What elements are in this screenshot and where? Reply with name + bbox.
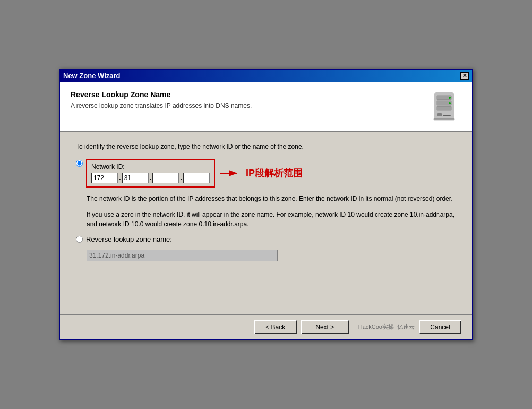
next-button[interactable]: Next > bbox=[301, 320, 349, 334]
svg-rect-8 bbox=[434, 118, 454, 120]
network-id-option: Network ID: . . . bbox=[76, 159, 456, 188]
network-id-radio[interactable] bbox=[76, 160, 83, 167]
server-icon bbox=[430, 90, 459, 122]
svg-point-4 bbox=[449, 97, 451, 99]
network-id-inputs: . . . bbox=[91, 173, 210, 183]
instruction-text: To identify the reverse lookup zone, typ… bbox=[76, 142, 456, 151]
window-title: New Zone Wizard bbox=[63, 72, 121, 80]
page-subtitle: A reverse lookup zone translates IP addr… bbox=[71, 102, 252, 109]
annotation-text: IP段解析范围 bbox=[246, 167, 303, 180]
ip-segment-3[interactable] bbox=[152, 173, 179, 183]
close-button[interactable]: ✕ bbox=[460, 72, 469, 80]
network-id-container: Network ID: . . . bbox=[86, 159, 215, 188]
description-text-1: The network ID is the portion of the IP … bbox=[87, 194, 456, 203]
svg-rect-6 bbox=[437, 113, 442, 116]
server-icon-area bbox=[430, 90, 461, 122]
ip-segment-4[interactable] bbox=[183, 173, 210, 183]
bottom-spacer bbox=[76, 261, 456, 304]
reverse-zone-input[interactable] bbox=[87, 250, 278, 261]
watermark-area: HackCoo实操 亿速云 bbox=[358, 323, 415, 331]
reverse-zone-label: Reverse lookup zone name: bbox=[86, 235, 172, 243]
dialog-window: New Zone Wizard ✕ Reverse Lookup Zone Na… bbox=[59, 69, 473, 340]
body-section: To identify the reverse lookup zone, typ… bbox=[60, 132, 472, 314]
reverse-zone-option: Reverse lookup zone name: bbox=[76, 235, 456, 243]
ip-dot-3: . bbox=[180, 174, 182, 182]
svg-point-5 bbox=[449, 102, 451, 104]
ip-dot-2: . bbox=[150, 174, 152, 182]
reverse-zone-radio[interactable] bbox=[76, 236, 83, 243]
ip-dot-1: . bbox=[119, 174, 121, 182]
back-button[interactable]: < Back bbox=[254, 320, 297, 334]
svg-rect-7 bbox=[443, 115, 451, 116]
network-id-wrapper: Network ID: . . . bbox=[86, 159, 215, 188]
annotation-container: IP段解析范围 bbox=[220, 167, 303, 180]
title-bar-buttons: ✕ bbox=[460, 72, 469, 80]
cancel-button[interactable]: Cancel bbox=[419, 320, 461, 334]
ip-segment-1[interactable] bbox=[91, 173, 118, 183]
description-text-2: If you use a zero in the network ID, it … bbox=[87, 210, 456, 229]
arrow-icon bbox=[220, 168, 242, 178]
ip-segment-2[interactable] bbox=[122, 173, 149, 183]
network-id-label: Network ID: bbox=[91, 163, 210, 171]
logo-text: 亿速云 bbox=[397, 323, 415, 331]
watermark-text: HackCoo实操 bbox=[358, 323, 394, 331]
header-section: Reverse Lookup Zone Name A reverse looku… bbox=[60, 82, 472, 132]
header-text: Reverse Lookup Zone Name A reverse looku… bbox=[71, 90, 252, 109]
title-bar: New Zone Wizard ✕ bbox=[60, 70, 472, 82]
svg-rect-3 bbox=[437, 106, 451, 110]
footer-section: < Back Next > HackCoo实操 亿速云 Cancel bbox=[60, 314, 472, 339]
page-title: Reverse Lookup Zone Name bbox=[71, 90, 252, 99]
